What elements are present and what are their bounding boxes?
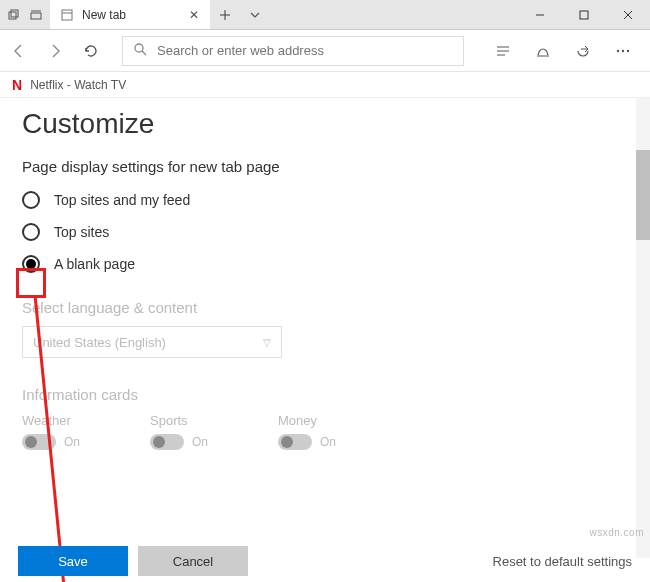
card-sports: Sports On <box>150 413 208 450</box>
save-button[interactable]: Save <box>18 546 128 576</box>
language-section-title: Select language & content <box>22 299 628 316</box>
tab-actions-icon-1[interactable] <box>6 7 22 23</box>
toggle-icon <box>22 434 56 450</box>
language-selected-value: United States (English) <box>33 335 166 350</box>
svg-rect-9 <box>580 11 588 19</box>
svg-rect-0 <box>9 12 16 19</box>
radio-top-sites[interactable]: Top sites <box>22 223 628 241</box>
maximize-button[interactable] <box>562 0 606 29</box>
close-window-button[interactable] <box>606 0 650 29</box>
information-cards-section: Information cards Weather On Sports On M… <box>22 386 628 450</box>
back-button[interactable] <box>8 40 30 62</box>
card-money: Money On <box>278 413 336 450</box>
radio-top-sites-feed[interactable]: Top sites and my feed <box>22 191 628 209</box>
page-display-radio-group: Top sites and my feed Top sites A blank … <box>22 191 628 273</box>
radio-blank-page[interactable]: A blank page <box>22 255 628 273</box>
chevron-down-icon: ▽ <box>263 337 271 348</box>
svg-rect-1 <box>11 10 18 17</box>
toggle-label: On <box>320 435 336 449</box>
card-header: Sports <box>150 413 208 428</box>
tab-title: New tab <box>82 8 126 22</box>
settings-footer: Save Cancel Reset to default settings <box>0 540 650 582</box>
card-header: Money <box>278 413 336 428</box>
radio-icon <box>22 223 40 241</box>
settings-page: Customize Page display settings for new … <box>0 98 650 582</box>
forward-button[interactable] <box>44 40 66 62</box>
navigation-bar <box>0 30 650 72</box>
tab-actions-icon-2[interactable] <box>28 7 44 23</box>
language-section: Select language & content United States … <box>22 299 628 358</box>
toggle-weather[interactable]: On <box>22 434 80 450</box>
browser-tab[interactable]: New tab ✕ <box>50 0 210 29</box>
toggle-label: On <box>64 435 80 449</box>
share-icon[interactable] <box>572 40 594 62</box>
svg-point-12 <box>135 44 143 52</box>
cards-row: Weather On Sports On Money On <box>22 413 628 450</box>
favorites-bar: N Netflix - Watch TV <box>0 72 650 98</box>
card-header: Weather <box>22 413 80 428</box>
minimize-button[interactable] <box>518 0 562 29</box>
window-titlebar: New tab ✕ <box>0 0 650 30</box>
svg-point-19 <box>617 49 619 51</box>
svg-line-13 <box>142 51 146 55</box>
annotation-highlight-box <box>16 268 46 298</box>
cards-section-title: Information cards <box>22 386 628 403</box>
address-bar[interactable] <box>122 36 464 66</box>
refresh-button[interactable] <box>80 40 102 62</box>
card-weather: Weather On <box>22 413 80 450</box>
radio-label: Top sites and my feed <box>54 192 190 208</box>
toggle-label: On <box>192 435 208 449</box>
cancel-button[interactable]: Cancel <box>138 546 248 576</box>
tab-strip: New tab ✕ <box>50 0 518 29</box>
reset-defaults-link[interactable]: Reset to default settings <box>493 554 632 569</box>
radio-label: A blank page <box>54 256 135 272</box>
navbar-right-icons <box>484 40 642 62</box>
tab-close-icon[interactable]: ✕ <box>188 9 200 21</box>
toggle-icon <box>278 434 312 450</box>
bookmark-item[interactable]: Netflix - Watch TV <box>30 78 126 92</box>
watermark-text: wsxdn.com <box>589 527 644 538</box>
svg-rect-4 <box>62 10 72 20</box>
page-title: Customize <box>22 108 628 140</box>
reading-list-icon[interactable] <box>492 40 514 62</box>
titlebar-left-icons <box>0 0 50 29</box>
tab-favicon <box>60 8 74 22</box>
toggle-sports[interactable]: On <box>150 434 208 450</box>
svg-point-21 <box>627 49 629 51</box>
toggle-icon <box>150 434 184 450</box>
netflix-favicon: N <box>12 77 22 93</box>
language-select[interactable]: United States (English) ▽ <box>22 326 282 358</box>
notes-icon[interactable] <box>532 40 554 62</box>
radio-icon <box>22 191 40 209</box>
window-controls <box>518 0 650 29</box>
toggle-money[interactable]: On <box>278 434 336 450</box>
new-tab-button[interactable] <box>210 0 240 29</box>
address-input[interactable] <box>157 43 453 58</box>
search-icon <box>133 42 147 59</box>
svg-rect-2 <box>31 13 41 19</box>
section-label: Page display settings for new tab page <box>22 158 628 175</box>
tab-menu-caret[interactable] <box>240 0 270 29</box>
radio-label: Top sites <box>54 224 109 240</box>
svg-point-20 <box>622 49 624 51</box>
more-icon[interactable] <box>612 40 634 62</box>
